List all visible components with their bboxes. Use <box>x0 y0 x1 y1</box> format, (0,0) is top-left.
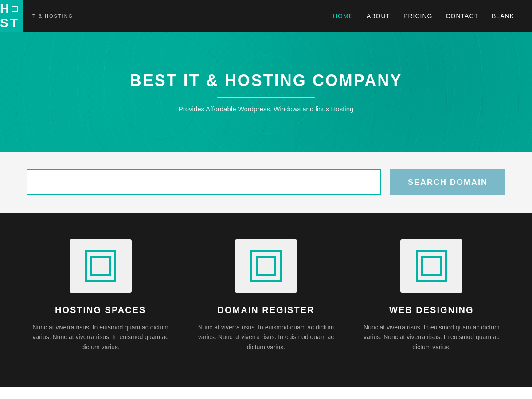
search-section: SEARCH DOMAIN <box>0 152 532 213</box>
hero-subtitle: Provides Affordable Wordpress, Windows a… <box>179 105 354 113</box>
domain-title: DOMAIN REGISTER <box>218 305 315 315</box>
logo-subtitle: IT & HOSTING <box>30 13 73 19</box>
hosting-title: HOSTING SPACES <box>55 305 146 315</box>
feature-card-hosting: HOSTING SPACES Nunc at viverra risus. In… <box>30 239 172 352</box>
logo-square-icon <box>12 6 18 12</box>
webdesign-description: Nunc at viverra risus. In euismod quam a… <box>360 322 502 352</box>
hosting-description: Nunc at viverra risus. In euismod quam a… <box>30 322 172 352</box>
webdesign-icon <box>416 250 447 282</box>
domain-description: Nunc at viverra risus. In euismod quam a… <box>195 322 337 352</box>
hero-section: BEST IT & HOSTING COMPANY Provides Affor… <box>0 32 532 152</box>
nav-pricing[interactable]: PRICING <box>403 12 432 20</box>
main-nav: HOME ABOUT PRICING CONTACT BLANK <box>333 12 514 20</box>
features-section: HOSTING SPACES Nunc at viverra risus. In… <box>0 213 532 387</box>
site-header: HST IT & HOSTING HOME ABOUT PRICING CONT… <box>0 0 532 32</box>
domain-icon-box <box>235 239 297 293</box>
feature-card-webdesign: WEB DESIGNING Nunc at viverra risus. In … <box>360 239 502 352</box>
search-domain-button[interactable]: SEARCH DOMAIN <box>390 169 505 195</box>
nav-home[interactable]: HOME <box>333 12 353 20</box>
domain-search-input[interactable] <box>27 169 381 195</box>
feature-card-domain: DOMAIN REGISTER Nunc at viverra risus. I… <box>195 239 337 352</box>
hero-divider <box>217 97 315 98</box>
domain-icon <box>250 250 282 282</box>
webdesign-title: WEB DESIGNING <box>389 305 473 315</box>
logo-text: HST <box>0 2 23 30</box>
nav-contact[interactable]: CONTACT <box>446 12 478 20</box>
logo-area: HST IT & HOSTING <box>18 0 73 32</box>
logo-box: HST <box>0 0 23 32</box>
hosting-icon <box>85 250 116 282</box>
nav-about[interactable]: ABOUT <box>367 12 390 20</box>
nav-blank[interactable]: BLANK <box>492 12 514 20</box>
hosting-icon-box <box>70 239 132 293</box>
hero-title: BEST IT & HOSTING COMPANY <box>130 71 402 90</box>
webdesign-icon-box <box>400 239 462 293</box>
